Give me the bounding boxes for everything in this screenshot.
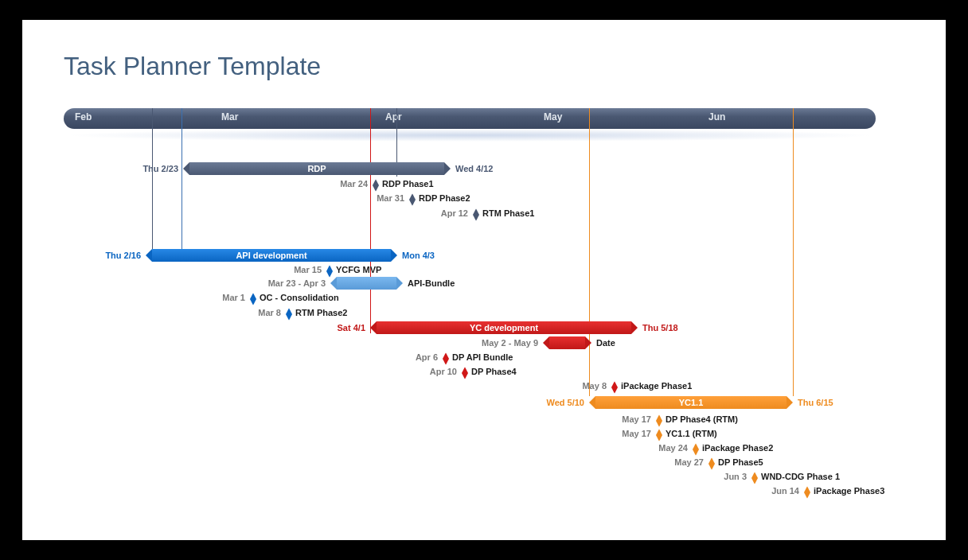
- milestone-label: RTM Phase1: [482, 208, 534, 218]
- diamond-icon: [462, 367, 468, 379]
- milestone-label: iPackage Phase1: [621, 381, 692, 391]
- milestone-date: Mar 24: [340, 179, 368, 189]
- diamond-icon: [611, 381, 618, 394]
- bar-date-left: Mar 23 - Apr 3: [268, 277, 326, 290]
- diamond-icon: [373, 179, 379, 192]
- milestone-date: Jun 3: [724, 472, 747, 481]
- milestone-label: WND-CDG Phase 1: [761, 472, 840, 481]
- milestone: Mar 15YCFG MVP: [282, 264, 381, 275]
- milestone-label: YCFG MVP: [336, 265, 381, 274]
- milestone-date: Apr 6: [416, 352, 438, 362]
- month-label: May: [544, 111, 562, 122]
- milestone-label: RDP Phase2: [419, 193, 470, 203]
- milestone-date: Mar 31: [377, 193, 404, 203]
- milestone-date: Apr 10: [430, 367, 457, 376]
- milestone-label: DP Phase4: [471, 367, 517, 376]
- diamond-icon: [804, 486, 810, 499]
- milestone: May 27DP Phase5: [664, 457, 763, 468]
- milestone-date: May 17: [622, 429, 651, 438]
- time-axis: FebMarAprMayJun: [64, 108, 876, 129]
- diamond-icon: [250, 293, 256, 305]
- bar-date-right: Date: [596, 336, 615, 349]
- diamond-icon: [751, 472, 758, 484]
- milestone: May 17YC1.1 (RTM): [611, 428, 717, 439]
- milestone: Mar 31RDP Phase2: [365, 192, 470, 204]
- bar-date-left: Wed 5/10: [547, 396, 585, 409]
- milestone-date: May 24: [658, 443, 688, 453]
- bar-date-right: Mon 4/3: [402, 249, 435, 262]
- month-label: Apr: [385, 111, 402, 122]
- milestone-label: DP Phase5: [718, 457, 763, 467]
- bar-date-left: May 2 - May 9: [482, 336, 538, 349]
- milestone: May 8iPackage Phase1: [567, 380, 692, 391]
- bar-date-left: Thu 2/23: [142, 162, 178, 175]
- milestone-date: Apr 12: [441, 208, 468, 218]
- bar-date-right: API-Bundle: [408, 277, 455, 290]
- guide-line: [589, 108, 590, 396]
- bar-date-right: Wed 4/12: [455, 162, 494, 175]
- diamond-icon: [409, 193, 416, 206]
- milestone-date: May 27: [674, 457, 704, 467]
- milestone-label: RDP Phase1: [382, 179, 434, 189]
- milestone: Apr 12RTM Phase1: [428, 208, 534, 219]
- milestone-date: Mar 1: [222, 293, 245, 302]
- diamond-icon: [443, 352, 449, 365]
- guide-line: [152, 108, 153, 259]
- gantt-canvas: RDPThu 2/23Wed 4/12API developmentThu 2/…: [64, 129, 876, 495]
- milestone-date: Jun 14: [771, 486, 799, 496]
- guide-line: [370, 108, 371, 333]
- guide-line: [182, 108, 182, 259]
- milestone: Mar 24RDP Phase1: [328, 178, 434, 189]
- page-title: Task Planner Template: [64, 52, 908, 81]
- milestone-date: May 8: [582, 381, 607, 391]
- bar-date-right: Thu 6/15: [798, 396, 833, 409]
- month-label: Jun: [708, 111, 725, 122]
- milestone-date: Mar 8: [258, 308, 281, 317]
- milestone: May 24iPackage Phase2: [648, 442, 773, 453]
- milestone-label: OC - Consolidation: [260, 293, 339, 302]
- date-bar: May 2 - May 9Date: [549, 336, 585, 349]
- milestone-date: May 17: [622, 414, 651, 424]
- diamond-icon: [326, 265, 333, 278]
- diamond-icon: [693, 443, 699, 456]
- slide: Task Planner Template FebMarAprMayJun RD…: [22, 20, 946, 540]
- diamond-icon: [286, 308, 292, 321]
- month-label: Mar: [221, 111, 238, 122]
- month-label: Feb: [75, 111, 92, 122]
- milestone: Jun 3WND-CDG Phase 1: [707, 471, 840, 482]
- milestone: Mar 8RTM Phase2: [241, 307, 347, 318]
- milestone: May 17DP Phase4 (RTM): [611, 414, 738, 425]
- milestone-label: DP API Bundle: [452, 352, 513, 362]
- milestone-label: iPackage Phase3: [814, 486, 884, 496]
- milestone-date: Mar 15: [294, 265, 322, 274]
- milestone-label: YC1.1 (RTM): [666, 429, 717, 438]
- api-bundle-bar: Mar 23 - Apr 3API-Bundle: [337, 277, 396, 290]
- milestone-label: iPackage Phase2: [702, 443, 773, 453]
- milestone: Apr 6DP API Bundle: [398, 352, 513, 363]
- bar-date-left: Thu 2/16: [105, 249, 141, 262]
- diamond-icon: [473, 208, 479, 221]
- yc11-bar: YC1.1Wed 5/10Thu 6/15: [595, 396, 786, 409]
- milestone-label: RTM Phase2: [295, 308, 347, 317]
- milestone-label: DP Phase4 (RTM): [666, 414, 738, 424]
- diamond-icon: [656, 429, 662, 441]
- diamond-icon: [708, 457, 715, 470]
- milestone: Mar 1OC - Consolidation: [205, 292, 339, 303]
- api-dev-bar: API developmentThu 2/16Mon 4/3: [152, 249, 391, 262]
- yc-dev-bar: YC developmentSat 4/1Thu 5/18: [377, 321, 631, 334]
- timeline: FebMarAprMayJun RDPThu 2/23Wed 4/12API d…: [64, 108, 876, 495]
- bar-date-right: Thu 5/18: [642, 321, 678, 334]
- diamond-icon: [656, 414, 662, 427]
- milestone: Jun 14iPackage Phase3: [759, 485, 884, 496]
- guide-line: [793, 108, 794, 396]
- milestone: Apr 10DP Phase4: [417, 366, 517, 377]
- bar-date-left: Sat 4/1: [338, 321, 365, 334]
- rdp-bar: RDPThu 2/23Wed 4/12: [189, 162, 444, 175]
